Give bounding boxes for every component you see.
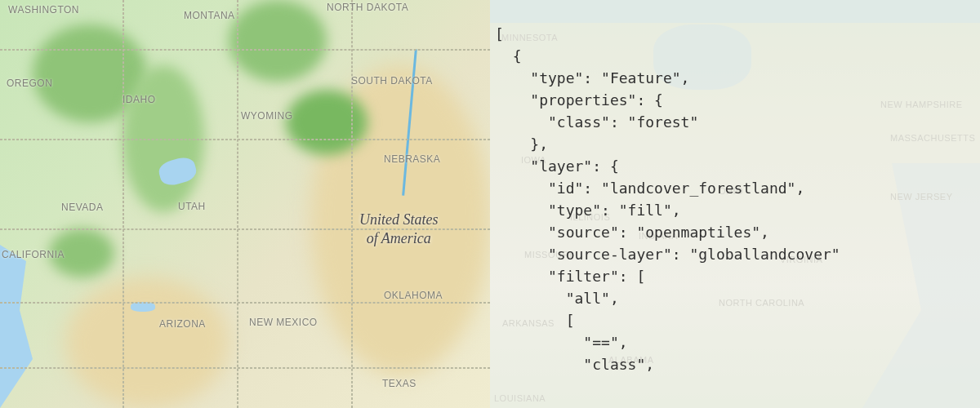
state-label: UTAH <box>178 201 206 212</box>
state-label: OKLAHOMA <box>384 290 443 301</box>
state-label: ARIZONA <box>159 318 206 330</box>
state-label: CALIFORNIA <box>2 249 65 260</box>
state-label: MONTANA <box>184 10 235 21</box>
code-right-panel: MINNESOTANEW HAMPSHIREMASSACHUSETTSIOWAO… <box>490 0 980 408</box>
state-border <box>0 49 490 51</box>
state-border <box>122 0 124 408</box>
state-label: NEBRASKA <box>384 153 440 165</box>
state-label: IDAHO <box>122 94 156 105</box>
map-left-panel[interactable]: WASHINGTONMONTANANORTH DAKOTAOREGONIDAHO… <box>0 0 490 408</box>
state-label: NEW MEXICO <box>249 317 318 328</box>
state-label: NORTH DAKOTA <box>327 2 408 13</box>
forest-region <box>229 0 327 82</box>
state-border <box>351 0 353 408</box>
state-label: SOUTH DAKOTA <box>351 75 433 86</box>
forest-region <box>286 90 368 155</box>
state-label: TEXAS <box>382 378 416 389</box>
geojson-code-block[interactable]: [ { "type": "Feature", "properties": { "… <box>495 23 980 408</box>
state-border <box>0 302 490 304</box>
country-label: United Statesof America <box>359 211 439 249</box>
state-label: NEVADA <box>61 202 103 213</box>
ocean <box>0 245 65 408</box>
state-border <box>0 367 490 369</box>
state-border <box>237 0 238 408</box>
state-border <box>0 139 490 140</box>
state-label: OREGON <box>7 78 52 89</box>
state-label: WYOMING <box>241 110 293 122</box>
arid-region <box>65 277 229 408</box>
faded-water <box>490 0 980 23</box>
state-label: WASHINGTON <box>8 4 79 16</box>
